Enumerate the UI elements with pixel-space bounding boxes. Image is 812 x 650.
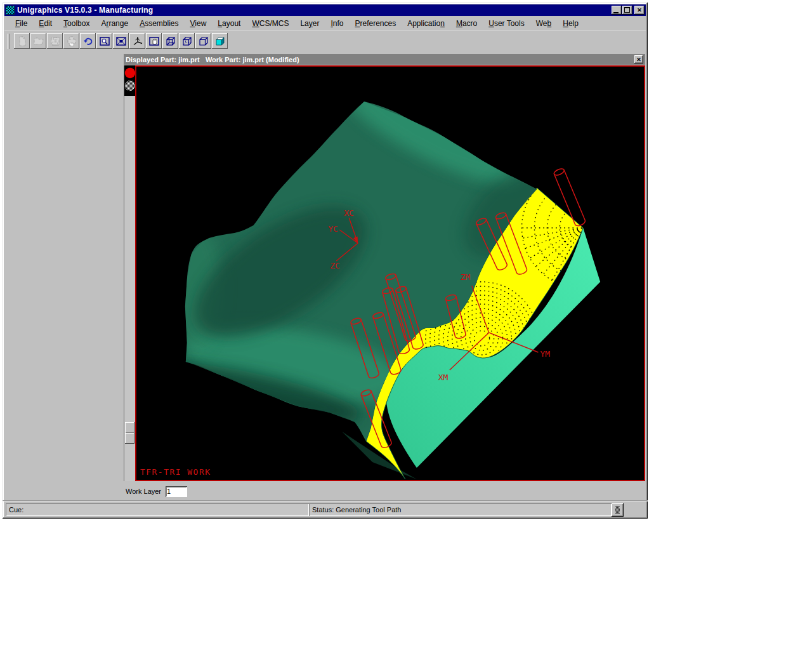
stop-light-red-icon[interactable] [125,68,135,78]
fit-view-icon [115,36,127,47]
graphics-close-icon: ✕ [636,56,641,63]
app-logo-icon[interactable] [6,6,15,15]
save-part-button[interactable] [47,33,63,49]
strip-scrollbar-thumb[interactable] [125,422,134,444]
save-part-icon [49,36,61,47]
interrupt-icon [615,506,620,514]
dither-light-icon[interactable] [125,81,135,91]
menu-item-application[interactable]: Application [402,18,450,29]
pan-view-button[interactable] [146,33,162,49]
close-button[interactable]: ✕ [634,6,645,15]
menu-item-help[interactable]: Help [557,18,584,29]
viewport-side-strip [124,65,135,481]
graphics-window-title: Displayed Part: jim.prt Work Part: jim.p… [126,56,299,63]
menu-item-arrange[interactable]: Arrange [95,18,134,29]
menu-item-file[interactable]: File [10,18,33,29]
wireframe-view-button[interactable] [162,33,178,49]
solid-view-button[interactable] [195,33,211,49]
zoom-view-button[interactable] [96,33,112,49]
print-button[interactable] [63,33,79,49]
mcs-xm-label: XM [438,373,449,382]
menu-item-layout[interactable]: Layout [212,18,246,29]
zoom-view-icon [99,36,110,47]
interrupt-lights [124,65,136,96]
work-layer-input[interactable] [166,486,187,497]
undo-icon [82,36,94,47]
fit-view-button[interactable] [113,33,129,49]
solid-view-icon [198,36,209,47]
menu-item-assemblies[interactable]: Assemblies [134,18,184,29]
pan-view-icon [148,36,160,47]
menu-item-layer[interactable]: Layer [294,18,325,29]
work-layer-label: Work Layer [126,488,161,495]
open-part-button[interactable] [30,33,46,49]
window-title: Unigraphics V15.0.3 - Manufacturing [17,6,153,15]
close-icon: ✕ [637,7,642,13]
toolbar [4,30,646,51]
wireframe-view-icon [165,36,176,47]
toolbar-grip-icon[interactable] [8,34,10,49]
hidden-edge-view-icon [181,36,193,47]
new-part-icon [16,36,28,47]
menu-item-view[interactable]: View [185,18,213,29]
application-window: Unigraphics V15.0.3 - Manufacturing ✕ Fi… [3,3,648,519]
graphics-window-titlebar[interactable]: Displayed Part: jim.prt Work Part: jim.p… [124,54,645,65]
menu-item-user-tools[interactable]: User Tools [483,18,530,29]
mcs-zm-label: ZM [461,272,471,282]
interrupt-button[interactable] [612,503,624,517]
wcs-zc-label: ZC [330,261,340,270]
shaded-view-icon [214,36,226,47]
maximize-button[interactable] [622,6,632,15]
menu-item-wcs-mcs[interactable]: WCS/MCS [246,18,294,29]
wcs-yc-label: YC [328,224,338,234]
title-bar: Unigraphics V15.0.3 - Manufacturing ✕ [4,4,646,16]
viewport-3d-scene[interactable]: XC YC ZC ZM YM XM TFR-TRI WORK [135,65,645,481]
view-name-label: TFR-TRI WORK [140,467,211,477]
maximize-icon [624,7,630,13]
hidden-edge-view-button[interactable] [179,33,195,49]
status-text: Status: Generating Tool Path [312,506,401,514]
shaded-view-button[interactable] [212,33,228,49]
menu-item-info[interactable]: Info [325,18,349,29]
minimize-button[interactable] [612,6,622,15]
status-bar: Cue: Status: Generating Tool Path [3,500,648,519]
undo-button[interactable] [80,33,96,49]
status-field: Status: Generating Tool Path [309,503,612,516]
cue-text: Cue: [9,506,23,514]
menu-item-edit[interactable]: Edit [33,18,58,29]
menu-item-preferences[interactable]: Preferences [349,18,402,29]
new-part-button[interactable] [14,33,30,49]
minimize-icon [613,12,619,13]
cue-field: Cue: [6,503,309,516]
print-icon [66,36,77,47]
menu-item-macro[interactable]: Macro [450,18,483,29]
menu-item-toolbox[interactable]: Toolbox [58,18,95,29]
work-layer-row: Work Layer [126,485,187,498]
graphics-close-button[interactable]: ✕ [634,55,643,63]
wcs-xc-label: XC [344,208,354,218]
csys-orient-icon [132,36,143,47]
mcs-ym-label: YM [540,349,550,359]
menu-bar: FileEditToolboxArrangeAssembliesViewLayo… [4,17,646,30]
open-part-icon [33,36,44,47]
csys-orient-button[interactable] [129,33,145,49]
menu-item-web[interactable]: Web [530,18,557,29]
